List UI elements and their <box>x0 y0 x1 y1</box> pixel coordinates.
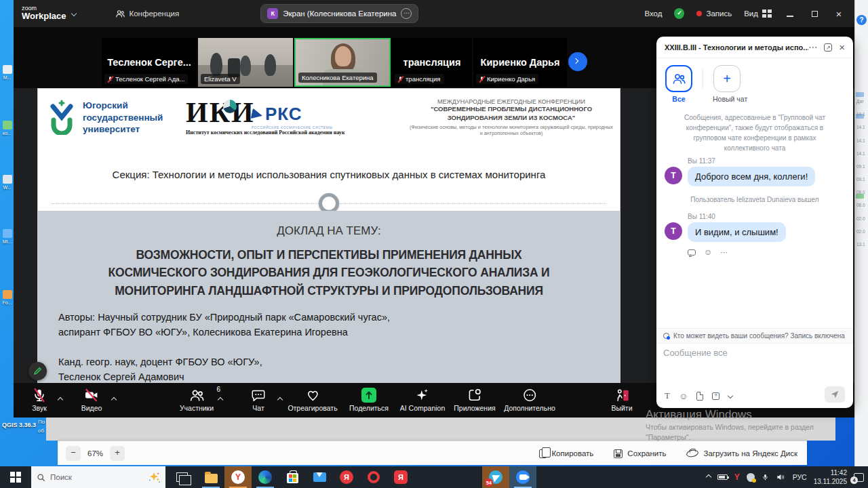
emoji-icon[interactable]: ☺ <box>679 391 688 401</box>
emoji-react-icon[interactable]: ☺ <box>704 247 712 257</box>
privacy-notice[interactable]: Кто может видеть ваши сообщения? Запись … <box>656 329 853 344</box>
avatar: T <box>665 222 682 240</box>
taskbar-app-telegram[interactable]: 54 <box>482 466 509 488</box>
clock[interactable]: 11:42 13.11.2025 <box>814 468 847 487</box>
tab-more-icon[interactable]: ⋯ <box>401 8 412 19</box>
login-button[interactable]: Вход <box>644 9 662 18</box>
video-tile-elizaveta[interactable]: Elizaveta V <box>198 38 293 87</box>
more-button[interactable]: Дополнительно <box>504 387 555 412</box>
taskbar-app-yandex2[interactable]: Я <box>387 466 414 488</box>
video-tile-translyaciya[interactable]: трансляция трансляция <box>392 38 472 87</box>
start-button[interactable] <box>0 466 31 488</box>
reactions-button[interactable]: Отреагировать <box>288 387 337 412</box>
desktop-icon[interactable]: ко... <box>1 121 13 136</box>
close-button[interactable]: × <box>833 8 845 20</box>
send-button[interactable] <box>825 386 845 403</box>
tray-mic-icon[interactable] <box>762 472 769 482</box>
desktop-icon-qgis[interactable]: QGIS 3.36.3 <box>2 422 36 428</box>
send-icon <box>830 390 840 399</box>
tab-screen-share[interactable]: К Экран (Колесникова Екатерина ⋯ <box>260 4 418 23</box>
help-icon[interactable]: ? <box>856 15 867 25</box>
audio-options-chevron[interactable] <box>58 392 62 405</box>
message-more-icon[interactable]: ⋯ <box>720 248 728 257</box>
chat-more-icon[interactable]: ⋯ <box>808 42 817 52</box>
chat-button[interactable]: Чат <box>251 387 267 412</box>
windows-activation-hint2: "Параметры". <box>646 433 690 441</box>
chat-message-input[interactable] <box>663 348 833 358</box>
desktop-icon[interactable]: Fo... <box>1 290 13 305</box>
screen-capture-icon[interactable] <box>712 392 719 400</box>
taskbar-search[interactable] <box>31 466 165 488</box>
search-input[interactable] <box>50 473 125 481</box>
taskbar-app-opera[interactable] <box>360 466 387 488</box>
chevron-down-icon[interactable] <box>728 393 733 399</box>
maximize-button[interactable] <box>808 9 821 19</box>
notifications-icon[interactable]: 4 <box>854 473 864 482</box>
attach-file-icon[interactable] <box>696 392 703 401</box>
reply-icon[interactable] <box>688 249 696 256</box>
next-participants-button[interactable] <box>568 52 587 71</box>
apps-button[interactable]: Приложения <box>454 387 495 412</box>
video-tile-teslenok[interactable]: Тесленок Серге... Тесленок Сергей Ада... <box>102 38 197 87</box>
security-shield-icon[interactable]: ✓ <box>674 8 684 19</box>
tab-meeting[interactable]: Конференция <box>115 9 180 18</box>
plus-icon: + <box>723 71 731 87</box>
record-indicator[interactable]: Запись <box>696 9 732 18</box>
language-indicator[interactable]: РУС <box>793 473 807 481</box>
zoom-workplace-logo[interactable]: zoom Workplace <box>22 5 76 21</box>
video-options-chevron[interactable] <box>112 392 116 405</box>
taskbar-app-yandex-browser[interactable]: Y <box>224 466 252 488</box>
audio-button[interactable]: Звук <box>32 387 47 412</box>
video-tile-kolesnikova-active-speaker[interactable]: Колесникова Екатерина <box>294 38 391 87</box>
format-text-icon[interactable]: T <box>665 390 670 401</box>
tray-expand-chevron[interactable] <box>705 474 711 480</box>
chevron-down-icon <box>71 11 76 16</box>
desktop-icon[interactable]: MI... <box>1 229 13 244</box>
telegram-badge: 54 <box>485 479 493 487</box>
battery-icon[interactable] <box>717 474 728 480</box>
zoom-out-button[interactable]: − <box>66 446 81 461</box>
chat-tab-all[interactable]: Все <box>665 65 693 103</box>
minimize-button[interactable] <box>784 9 796 19</box>
message-bubble: Доброго всем дня, коллеги! <box>688 167 815 186</box>
chat-message[interactable]: T И видим, и слышим! <box>656 222 853 242</box>
chat-options-chevron[interactable] <box>278 392 282 405</box>
leave-button[interactable]: Выйти <box>611 387 632 412</box>
popout-icon[interactable]: ↗ <box>824 43 832 52</box>
chat-close-icon[interactable]: × <box>839 41 845 53</box>
ai-sparkle-icon <box>414 388 431 403</box>
taskbar-app-edge[interactable] <box>252 466 279 488</box>
video-button[interactable]: Видео <box>81 387 102 412</box>
taskbar-app-zoom[interactable] <box>509 466 536 488</box>
mic-muted-icon <box>398 76 403 83</box>
annotate-button[interactable] <box>28 362 47 380</box>
share-screen-button[interactable]: Поделиться <box>349 387 389 412</box>
view-button[interactable]: Вид <box>744 9 772 18</box>
taskbar-app-mail[interactable] <box>306 466 333 488</box>
taskbar-app-yandex[interactable]: Я <box>333 466 360 488</box>
copy-button[interactable]: Копировать <box>539 449 593 458</box>
task-view-icon[interactable] <box>176 472 188 482</box>
yandex-tray-icon[interactable]: Y <box>734 472 740 482</box>
participants-button[interactable]: 6 Участники <box>180 387 214 412</box>
taskbar-app-store[interactable] <box>279 466 306 488</box>
chat-message[interactable]: T Доброго всем дня, коллеги! <box>656 167 853 186</box>
desktop-icon[interactable]: М... <box>1 65 13 80</box>
defender-shield-icon[interactable] <box>747 473 755 482</box>
pencil-icon <box>33 367 42 375</box>
zoom-in-button[interactable]: + <box>110 446 125 461</box>
upload-yandex-disk-button[interactable]: Загрузить на Яндекс Диск <box>686 449 797 458</box>
new-chat-button[interactable]: + Новый чат <box>713 65 741 103</box>
message-meta: Вы 11:37 <box>688 157 853 165</box>
participants-options-chevron[interactable] <box>218 392 222 405</box>
windows-taskbar: Y Я Я 54 Y <box>0 466 868 488</box>
taskbar-app-explorer[interactable] <box>197 466 224 488</box>
video-tile-kirienko[interactable]: Кириенко Дарья Кириенко Дарья <box>473 38 567 87</box>
ai-companion-button[interactable]: AI Companion <box>400 387 446 412</box>
avatar: T <box>665 167 682 184</box>
authors-block-2: Канд. геогр. наук, доцент ФГБОУ ВО «ЮГУ»… <box>58 354 593 385</box>
save-button[interactable]: Сохранить <box>614 449 666 458</box>
more-circle-icon <box>522 388 537 403</box>
desktop-icon[interactable]: W... <box>1 175 13 190</box>
speaker-icon[interactable] <box>776 472 786 482</box>
